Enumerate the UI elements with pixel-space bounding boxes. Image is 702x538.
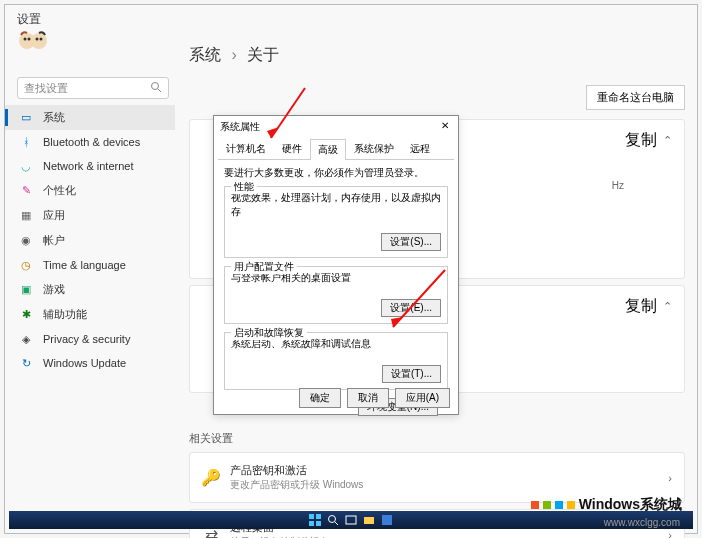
bluetooth-icon: ᚼ [19, 135, 33, 149]
sidebar-item-label: 系统 [43, 110, 65, 125]
sidebar-item-label: 个性化 [43, 183, 76, 198]
tab-advanced[interactable]: 高级 [310, 139, 346, 160]
watermark: Windows系统城 [531, 496, 682, 514]
group-label: 性能 [231, 180, 257, 194]
apps-icon: ▦ [19, 209, 33, 223]
rename-pc-button[interactable]: 重命名这台电脑 [586, 85, 685, 110]
svg-point-3 [28, 38, 31, 41]
chevron-right-icon: › [668, 529, 672, 539]
sidebar-item-label: 应用 [43, 208, 65, 223]
hz-label: Hz [612, 180, 624, 191]
sidebar-item-update[interactable]: ↻Windows Update [5, 351, 175, 375]
breadcrumb: 系统 › 关于 [189, 45, 279, 66]
svg-rect-18 [346, 516, 356, 524]
dialog-tabs: 计算机名 硬件 高级 系统保护 远程 [218, 138, 454, 160]
breadcrumb-about: 关于 [247, 46, 279, 63]
svg-point-6 [152, 83, 159, 90]
sidebar-item-personalization[interactable]: ✎个性化 [5, 178, 175, 203]
close-icon[interactable]: ✕ [438, 120, 452, 134]
sidebar-item-accounts[interactable]: ◉帐户 [5, 228, 175, 253]
wifi-icon: ◡ [19, 159, 33, 173]
key-icon: 🔑 [202, 469, 220, 487]
sidebar-item-label: 帐户 [43, 233, 65, 248]
svg-rect-14 [309, 521, 314, 526]
user-icon: ◉ [19, 234, 33, 248]
svg-point-4 [36, 38, 39, 41]
tab-computer-name[interactable]: 计算机名 [218, 138, 274, 159]
ok-button[interactable]: 确定 [299, 388, 341, 408]
group-desc: 视觉效果，处理器计划，内存使用，以及虚拟内存 [231, 191, 441, 219]
tab-hardware[interactable]: 硬件 [274, 138, 310, 159]
search-placeholder: 查找设置 [24, 81, 150, 96]
startup-recovery-settings-button[interactable]: 设置(T)... [382, 365, 441, 383]
svg-rect-20 [382, 515, 392, 525]
start-icon[interactable] [309, 514, 321, 526]
sidebar-item-label: Bluetooth & devices [43, 136, 140, 148]
system-icon: ▭ [19, 111, 33, 125]
svg-point-5 [40, 38, 43, 41]
sidebar-item-label: Time & language [43, 259, 126, 271]
brush-icon: ✎ [19, 184, 33, 198]
startup-recovery-group: 启动和故障恢复 系统启动、系统故障和调试信息 设置(T)... [224, 332, 448, 390]
tab-remote[interactable]: 远程 [402, 138, 438, 159]
search-icon [150, 81, 162, 95]
sidebar: ▭系统 ᚼBluetooth & devices ◡Network & inte… [5, 105, 175, 375]
taskbar-search-icon[interactable] [327, 514, 339, 526]
accessibility-icon: ✱ [19, 308, 33, 322]
dialog-title: 系统属性 [220, 120, 260, 134]
performance-group: 性能 视觉效果，处理器计划，内存使用，以及虚拟内存 设置(S)... [224, 186, 448, 258]
user-avatar[interactable] [17, 29, 49, 57]
svg-point-16 [329, 516, 336, 523]
breadcrumb-separator: › [231, 46, 236, 63]
settings-title: 设置 [17, 11, 41, 28]
explorer-icon[interactable] [363, 514, 375, 526]
svg-line-7 [158, 89, 161, 92]
user-profile-settings-button[interactable]: 设置(E)... [381, 299, 441, 317]
sidebar-item-label: Network & internet [43, 160, 133, 172]
tab-system-protection[interactable]: 系统保护 [346, 138, 402, 159]
card-subtitle: 更改产品密钥或升级 Windows [230, 478, 658, 492]
sidebar-item-system[interactable]: ▭系统 [5, 105, 175, 130]
group-label: 用户配置文件 [231, 260, 297, 274]
related-settings-label: 相关设置 [189, 431, 685, 446]
watermark-text: Windows系统城 [579, 496, 682, 514]
copy-label[interactable]: 复制 [625, 130, 657, 151]
sidebar-item-label: Windows Update [43, 357, 126, 369]
copy-label[interactable]: 复制 [625, 296, 657, 317]
breadcrumb-system[interactable]: 系统 [189, 46, 221, 63]
group-label: 启动和故障恢复 [231, 326, 307, 340]
svg-point-1 [31, 33, 47, 49]
chevron-right-icon: › [668, 472, 672, 484]
cancel-button[interactable]: 取消 [347, 388, 389, 408]
admin-note: 要进行大多数更改，你必须作为管理员登录。 [224, 166, 448, 180]
apply-button[interactable]: 应用(A) [395, 388, 450, 408]
sidebar-item-label: 游戏 [43, 282, 65, 297]
clock-icon: ◷ [19, 258, 33, 272]
shield-icon: ◈ [19, 332, 33, 346]
user-profile-group: 用户配置文件 与登录帐户相关的桌面设置 设置(E)... [224, 266, 448, 324]
svg-rect-12 [309, 514, 314, 519]
sidebar-item-apps[interactable]: ▦应用 [5, 203, 175, 228]
svg-rect-19 [364, 517, 374, 524]
sidebar-item-label: 辅助功能 [43, 307, 87, 322]
svg-line-17 [335, 522, 338, 525]
sidebar-item-network[interactable]: ◡Network & internet [5, 154, 175, 178]
sidebar-item-bluetooth[interactable]: ᚼBluetooth & devices [5, 130, 175, 154]
performance-settings-button[interactable]: 设置(S)... [381, 233, 441, 251]
card-title: 产品密钥和激活 [230, 463, 658, 478]
svg-rect-13 [316, 514, 321, 519]
svg-point-2 [24, 38, 27, 41]
sidebar-item-time[interactable]: ◷Time & language [5, 253, 175, 277]
system-properties-dialog: 系统属性 ✕ 计算机名 硬件 高级 系统保护 远程 要进行大多数更改，你必须作为… [213, 115, 459, 415]
sidebar-item-label: Privacy & security [43, 333, 130, 345]
chevron-up-icon[interactable]: ⌃ [663, 300, 672, 313]
app-icon[interactable] [381, 514, 393, 526]
task-view-icon[interactable] [345, 514, 357, 526]
chevron-up-icon[interactable]: ⌃ [663, 134, 672, 147]
search-input[interactable]: 查找设置 [17, 77, 169, 99]
watermark-url: www.wxclgg.com [604, 517, 680, 528]
sidebar-item-privacy[interactable]: ◈Privacy & security [5, 327, 175, 351]
update-icon: ↻ [19, 356, 33, 370]
sidebar-item-accessibility[interactable]: ✱辅助功能 [5, 302, 175, 327]
sidebar-item-gaming[interactable]: ▣游戏 [5, 277, 175, 302]
